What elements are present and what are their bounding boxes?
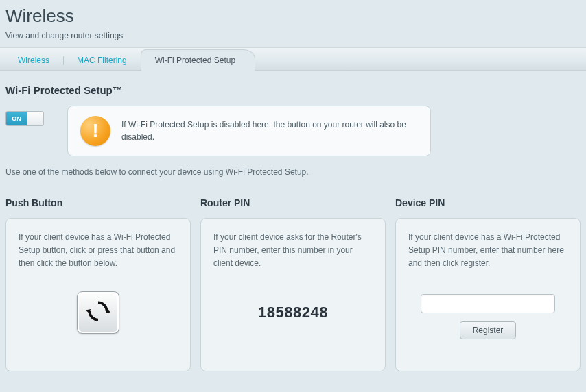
toggle-knob [27,112,43,125]
push-button-text: If your client device has a Wi-Fi Protec… [19,231,178,271]
instructions-text: Use one of the methods below to connect … [5,167,581,177]
router-pin-panel: If your client device asks for the Route… [200,218,386,371]
device-pin-input[interactable] [421,294,555,313]
section-heading: Wi-Fi Protected Setup™ [5,84,581,96]
device-pin-text: If your client device has a Wi-Fi Protec… [408,231,567,271]
tab-mac-filtering[interactable]: MAC Filtering [63,49,141,70]
info-box: ! If Wi-Fi Protected Setup is disabled h… [67,106,431,156]
register-button[interactable]: Register [460,321,517,339]
page-subtitle: View and change router settings [5,31,581,40]
device-pin-panel: If your client device has a Wi-Fi Protec… [395,218,581,371]
router-pin-text: If your client device asks for the Route… [213,231,373,271]
wps-push-button[interactable] [77,291,119,334]
tab-wireless[interactable]: Wireless [4,49,63,70]
page-title: Wireless [5,5,581,27]
tab-bar: Wireless MAC Filtering Wi-Fi Protected S… [0,47,586,71]
tab-wps[interactable]: Wi-Fi Protected Setup [141,49,255,71]
toggle-on-label: ON [6,112,27,125]
device-pin-heading: Device PIN [395,197,581,208]
push-button-panel: If your client device has a Wi-Fi Protec… [5,218,191,371]
wps-arrows-icon [85,298,111,327]
router-pin-value: 18588248 [213,304,373,321]
info-text: If Wi-Fi Protected Setup is disabled her… [121,119,418,143]
warning-icon: ! [80,116,110,146]
push-button-heading: Push Button [5,197,191,208]
router-pin-heading: Router PIN [200,197,386,208]
wps-enable-toggle[interactable]: ON [5,111,44,126]
